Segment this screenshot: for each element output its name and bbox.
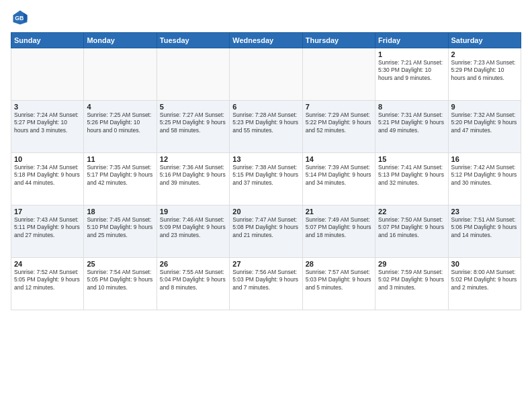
page: GB SundayMondayTuesdayWednesdayThursdayF… (0, 0, 532, 411)
calendar-cell: 22Sunrise: 7:50 AM Sunset: 5:07 PM Dayli… (375, 205, 448, 258)
calendar-header-row: SundayMondayTuesdayWednesdayThursdayFrid… (11, 33, 521, 48)
day-number: 4 (87, 103, 153, 111)
calendar-cell: 27Sunrise: 7:56 AM Sunset: 5:03 PM Dayli… (230, 258, 302, 310)
calendar-cell (302, 48, 375, 101)
calendar-cell: 13Sunrise: 7:38 AM Sunset: 5:15 PM Dayli… (230, 153, 302, 205)
day-info: Sunrise: 7:38 AM Sunset: 5:15 PM Dayligh… (232, 164, 299, 187)
calendar-cell: 24Sunrise: 7:52 AM Sunset: 5:05 PM Dayli… (11, 258, 84, 310)
day-number: 11 (87, 155, 153, 163)
calendar-cell (230, 48, 302, 101)
calendar-cell: 11Sunrise: 7:35 AM Sunset: 5:17 PM Dayli… (84, 153, 157, 205)
logo: GB (11, 8, 32, 27)
day-number: 1 (378, 50, 445, 58)
calendar-cell: 9Sunrise: 7:32 AM Sunset: 5:20 PM Daylig… (448, 101, 521, 153)
day-info: Sunrise: 7:25 AM Sunset: 5:26 PM Dayligh… (87, 111, 153, 134)
calendar-header-monday: Monday (84, 33, 157, 48)
day-info: Sunrise: 7:28 AM Sunset: 5:23 PM Dayligh… (232, 111, 299, 134)
day-info: Sunrise: 7:23 AM Sunset: 5:29 PM Dayligh… (451, 59, 518, 82)
day-info: Sunrise: 7:43 AM Sunset: 5:11 PM Dayligh… (14, 216, 81, 239)
day-info: Sunrise: 8:00 AM Sunset: 5:02 PM Dayligh… (451, 269, 518, 291)
day-number: 15 (378, 155, 445, 163)
day-info: Sunrise: 7:29 AM Sunset: 5:22 PM Dayligh… (306, 111, 372, 134)
day-info: Sunrise: 7:45 AM Sunset: 5:10 PM Dayligh… (87, 216, 153, 239)
day-info: Sunrise: 7:41 AM Sunset: 5:13 PM Dayligh… (378, 164, 445, 187)
day-number: 21 (306, 208, 372, 216)
day-info: Sunrise: 7:54 AM Sunset: 5:05 PM Dayligh… (87, 269, 153, 291)
day-info: Sunrise: 7:57 AM Sunset: 5:03 PM Dayligh… (306, 269, 372, 291)
calendar-week-3: 17Sunrise: 7:43 AM Sunset: 5:11 PM Dayli… (11, 205, 521, 258)
calendar-cell: 12Sunrise: 7:36 AM Sunset: 5:16 PM Dayli… (157, 153, 229, 205)
calendar-cell: 26Sunrise: 7:55 AM Sunset: 5:04 PM Dayli… (157, 258, 229, 310)
logo-icon: GB (11, 8, 30, 27)
calendar-cell (157, 48, 229, 101)
calendar-cell: 30Sunrise: 8:00 AM Sunset: 5:02 PM Dayli… (448, 258, 521, 310)
day-number: 23 (451, 208, 518, 216)
calendar-header-tuesday: Tuesday (157, 33, 229, 48)
svg-text:GB: GB (15, 15, 24, 21)
day-number: 16 (451, 155, 518, 163)
day-number: 29 (378, 260, 445, 268)
day-info: Sunrise: 7:55 AM Sunset: 5:04 PM Dayligh… (160, 269, 226, 291)
day-number: 22 (378, 208, 445, 216)
day-info: Sunrise: 7:47 AM Sunset: 5:08 PM Dayligh… (232, 216, 299, 239)
day-info: Sunrise: 7:56 AM Sunset: 5:03 PM Dayligh… (232, 269, 299, 291)
calendar-header-thursday: Thursday (302, 33, 375, 48)
day-number: 7 (306, 103, 372, 111)
calendar-week-2: 10Sunrise: 7:34 AM Sunset: 5:18 PM Dayli… (11, 153, 521, 205)
day-info: Sunrise: 7:42 AM Sunset: 5:12 PM Dayligh… (451, 164, 518, 187)
day-info: Sunrise: 7:24 AM Sunset: 5:27 PM Dayligh… (14, 111, 81, 134)
header: GB (11, 8, 521, 27)
calendar-cell: 16Sunrise: 7:42 AM Sunset: 5:12 PM Dayli… (448, 153, 521, 205)
calendar-week-4: 24Sunrise: 7:52 AM Sunset: 5:05 PM Dayli… (11, 258, 521, 310)
day-number: 6 (232, 103, 299, 111)
day-info: Sunrise: 7:21 AM Sunset: 5:30 PM Dayligh… (378, 59, 445, 82)
calendar-cell: 25Sunrise: 7:54 AM Sunset: 5:05 PM Dayli… (84, 258, 157, 310)
calendar-cell: 29Sunrise: 7:59 AM Sunset: 5:02 PM Dayli… (375, 258, 448, 310)
day-number: 13 (232, 155, 299, 163)
day-info: Sunrise: 7:27 AM Sunset: 5:25 PM Dayligh… (160, 111, 226, 134)
calendar-week-1: 3Sunrise: 7:24 AM Sunset: 5:27 PM Daylig… (11, 101, 521, 153)
day-number: 2 (451, 50, 518, 58)
calendar-cell: 20Sunrise: 7:47 AM Sunset: 5:08 PM Dayli… (230, 205, 302, 258)
day-number: 9 (451, 103, 518, 111)
day-number: 19 (160, 208, 226, 216)
day-number: 10 (14, 155, 81, 163)
day-number: 27 (232, 260, 299, 268)
calendar-cell: 5Sunrise: 7:27 AM Sunset: 5:25 PM Daylig… (157, 101, 229, 153)
calendar-cell: 19Sunrise: 7:46 AM Sunset: 5:09 PM Dayli… (157, 205, 229, 258)
calendar-cell: 15Sunrise: 7:41 AM Sunset: 5:13 PM Dayli… (375, 153, 448, 205)
calendar-cell: 8Sunrise: 7:31 AM Sunset: 5:21 PM Daylig… (375, 101, 448, 153)
day-number: 24 (14, 260, 81, 268)
day-number: 30 (451, 260, 518, 268)
calendar-header-sunday: Sunday (11, 33, 84, 48)
calendar-cell: 10Sunrise: 7:34 AM Sunset: 5:18 PM Dayli… (11, 153, 84, 205)
day-number: 3 (14, 103, 81, 111)
calendar-cell: 1Sunrise: 7:21 AM Sunset: 5:30 PM Daylig… (375, 48, 448, 101)
day-info: Sunrise: 7:32 AM Sunset: 5:20 PM Dayligh… (451, 111, 518, 134)
day-number: 14 (306, 155, 372, 163)
day-number: 28 (306, 260, 372, 268)
calendar-header-wednesday: Wednesday (230, 33, 302, 48)
day-info: Sunrise: 7:51 AM Sunset: 5:06 PM Dayligh… (451, 216, 518, 239)
day-info: Sunrise: 7:31 AM Sunset: 5:21 PM Dayligh… (378, 111, 445, 134)
day-info: Sunrise: 7:34 AM Sunset: 5:18 PM Dayligh… (14, 164, 81, 187)
calendar-cell: 28Sunrise: 7:57 AM Sunset: 5:03 PM Dayli… (302, 258, 375, 310)
calendar-week-0: 1Sunrise: 7:21 AM Sunset: 5:30 PM Daylig… (11, 48, 521, 101)
day-info: Sunrise: 7:46 AM Sunset: 5:09 PM Dayligh… (160, 216, 226, 239)
calendar-cell: 3Sunrise: 7:24 AM Sunset: 5:27 PM Daylig… (11, 101, 84, 153)
calendar-cell: 21Sunrise: 7:49 AM Sunset: 5:07 PM Dayli… (302, 205, 375, 258)
calendar-header-saturday: Saturday (448, 33, 521, 48)
calendar-cell: 7Sunrise: 7:29 AM Sunset: 5:22 PM Daylig… (302, 101, 375, 153)
day-info: Sunrise: 7:59 AM Sunset: 5:02 PM Dayligh… (378, 269, 445, 291)
calendar-cell: 18Sunrise: 7:45 AM Sunset: 5:10 PM Dayli… (84, 205, 157, 258)
day-info: Sunrise: 7:49 AM Sunset: 5:07 PM Dayligh… (306, 216, 372, 239)
day-number: 20 (232, 208, 299, 216)
day-number: 26 (160, 260, 226, 268)
calendar-cell: 23Sunrise: 7:51 AM Sunset: 5:06 PM Dayli… (448, 205, 521, 258)
day-info: Sunrise: 7:36 AM Sunset: 5:16 PM Dayligh… (160, 164, 226, 187)
calendar: SundayMondayTuesdayWednesdayThursdayFrid… (11, 32, 521, 310)
day-number: 18 (87, 208, 153, 216)
day-info: Sunrise: 7:52 AM Sunset: 5:05 PM Dayligh… (14, 269, 81, 291)
calendar-cell (84, 48, 157, 101)
calendar-cell: 4Sunrise: 7:25 AM Sunset: 5:26 PM Daylig… (84, 101, 157, 153)
